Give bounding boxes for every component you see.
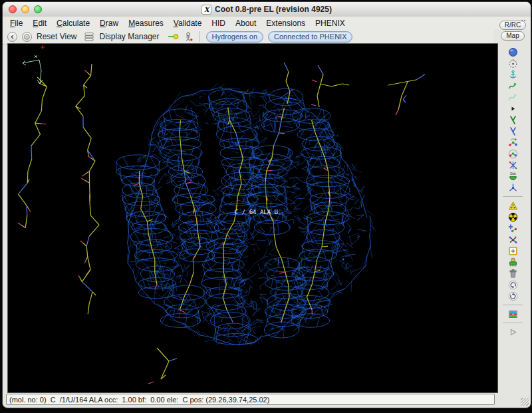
molecular-scene[interactable]: C / 64 ALA U (8, 44, 497, 392)
side-toolbar-separator (503, 196, 523, 197)
torsion-general-icon[interactable] (507, 182, 519, 193)
right-side-panel: R/RC Map Side (495, 21, 530, 398)
menu-item-draw[interactable]: Draw (100, 19, 118, 28)
menu-item-hid[interactable]: HID (211, 19, 225, 28)
rigid-body-fit-icon[interactable] (507, 114, 519, 125)
connected-to-phenix-button[interactable]: Connected to PHENIX (268, 31, 352, 43)
menu-item-phenix[interactable]: PHENIX (315, 19, 345, 28)
go-to-atom-icon[interactable] (168, 32, 180, 41)
reset-view-button[interactable]: Reset View (37, 32, 76, 41)
toolbar-collapse-button[interactable] (7, 32, 17, 42)
target-icon (23, 33, 31, 41)
globe-icon[interactable] (507, 47, 519, 57)
chevron-icon (9, 34, 15, 40)
auto-fit-rotamer-icon[interactable] (507, 137, 519, 148)
fill-partial-residue-icon[interactable] (507, 257, 519, 267)
window-title-area: X Coot 0.8-pre EL (revision 4925) (3, 2, 531, 17)
menu-item-extensions[interactable]: Extensions (266, 19, 305, 28)
menu-item-measures[interactable]: Measures (128, 19, 164, 28)
zoom-window-button[interactable] (34, 5, 42, 13)
resize-grip[interactable] (521, 398, 529, 406)
regularize-zone-icon[interactable] (507, 92, 519, 102)
reset-view-icon-button[interactable] (22, 32, 32, 42)
side-toolbar-separator (503, 305, 523, 305)
x11-app-icon: X (201, 5, 211, 15)
radiation-icon[interactable] (507, 211, 519, 222)
mutate-icon[interactable] (507, 234, 519, 245)
svg-text:Side: Side (509, 172, 516, 176)
undo-icon[interactable] (507, 279, 519, 290)
menu-item-file[interactable]: File (10, 19, 23, 28)
side-icon-toolbar: Side (503, 47, 523, 337)
real-space-refine-icon[interactable] (507, 80, 519, 91)
map-colours-icon[interactable] (507, 309, 519, 319)
hydrogens-on-button[interactable]: Hydrogens on (206, 31, 264, 43)
redo-icon[interactable] (507, 291, 519, 301)
expander-arrow-icon[interactable] (507, 103, 519, 114)
menu-item-validate[interactable]: Validate (174, 19, 202, 28)
add-terminal-residue-icon[interactable] (507, 223, 519, 233)
rotate-translate-icon[interactable] (507, 126, 519, 136)
title-bar[interactable]: X Coot 0.8-pre EL (revision 4925) (3, 2, 531, 17)
screenshot-root: { "window": { "title": "Coot 0.8-pre EL … (0, 0, 532, 413)
pepflip-warning-icon[interactable] (507, 200, 519, 211)
map-button[interactable]: Map (501, 31, 524, 41)
traffic-lights (9, 5, 42, 13)
delete-item-icon[interactable] (507, 268, 519, 279)
flip-sidechain-icon[interactable]: Side (507, 171, 519, 182)
display-manager-button[interactable]: Display Manager (99, 32, 159, 41)
side-toolbar-separator (503, 323, 523, 323)
close-window-button[interactable] (9, 5, 17, 13)
menu-item-edit[interactable]: Edit (33, 19, 47, 28)
rotamers-icon[interactable] (507, 148, 519, 159)
edit-chi-angles-icon[interactable] (507, 160, 519, 170)
coot-window: X Coot 0.8-pre EL (revision 4925) FileEd… (2, 1, 531, 408)
menu-item-about[interactable]: About (235, 19, 256, 28)
window-title: Coot 0.8-pre EL (revision 4925) (215, 5, 332, 14)
rrc-button[interactable]: R/RC (499, 21, 526, 30)
minimize-window-button[interactable] (21, 5, 29, 13)
graphics-canvas[interactable]: C / 64 ALA U (7, 43, 498, 393)
display-manager-icon (84, 32, 94, 41)
menu-item-calculate[interactable]: Calculate (57, 19, 90, 28)
menu-bar: FileEditCalculateDrawMeasuresValidateHID… (3, 17, 531, 29)
atom-label: C / 64 ALA U (235, 209, 278, 215)
hydrogen-figure-icon[interactable] (184, 32, 194, 42)
status-bar: (mol. no: 0) C /1/U/164 ALA occ: 1.00 bf… (6, 394, 495, 405)
toolbar-separator (200, 31, 200, 42)
add-atom-box-icon[interactable] (507, 245, 519, 256)
main-toolbar: Reset View Display Manager Hydrogens on … (3, 29, 493, 45)
run-script-icon (507, 327, 519, 337)
anchor-icon[interactable] (507, 69, 519, 80)
trackball-icon[interactable] (507, 58, 519, 69)
